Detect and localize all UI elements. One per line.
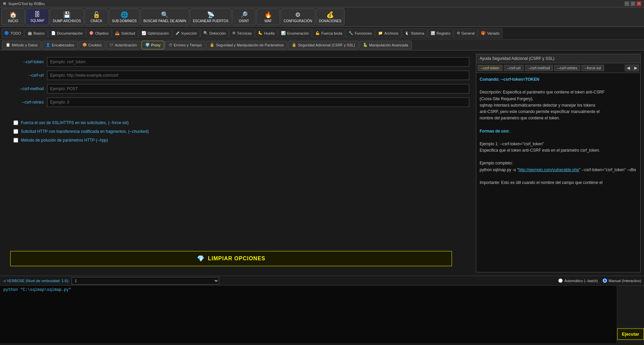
sec-registro[interactable]: 🪟 Registro (428, 28, 453, 38)
hue-icon: 🦶 (258, 31, 263, 35)
sec-documentacion[interactable]: 📄 Documentación (48, 28, 86, 38)
help-example1: Ejemplo 1: --csrf-token="csrf_token"Espe… (480, 141, 637, 154)
nav-buscar-panel[interactable]: 🔍 BUSCAR PANEL DE ADMIN (140, 8, 189, 25)
reg-icon: 🪟 (431, 31, 435, 35)
sec-enumeracion[interactable]: 📊 Enumeración (278, 28, 312, 38)
chunked-row: Solicitud HTTP con transferencia codific… (13, 129, 469, 134)
sec-gen-label: General (461, 31, 475, 35)
sec-todo[interactable]: 🔵 TODO (1, 28, 24, 38)
subtab-auth-label: Autenticación (115, 43, 137, 47)
subtab-seguridad[interactable]: 🔒 Seguridad y Manipulación de Parámetros (206, 41, 287, 49)
subtab-manipulacion[interactable]: 🐍 Manipulación Avanzada (359, 41, 412, 49)
sec-hue-label: Huella (264, 31, 275, 35)
nav-escanear-label: ESCANEAR PUERTOS (193, 19, 229, 23)
verbose-select[interactable]: 1 2 3 4 5 6 (72, 277, 219, 284)
terminal-output: python "C:\sqlmap\sqlmap.py" (0, 285, 617, 343)
force-ssl-checkbox[interactable] (13, 120, 18, 125)
clear-btn-area: 💎 LIMPIAR OPCIONES (7, 248, 469, 269)
sec-funciones[interactable]: 🔧 Funciones (346, 28, 375, 38)
waf-icon: 🔥 (265, 11, 272, 18)
subtab-metodo[interactable]: 📋 Método y Datos (2, 41, 41, 49)
csrf-method-input[interactable] (47, 84, 469, 93)
help-prev-button[interactable]: ◀ (625, 65, 632, 71)
help-usage-title: Formas de uso: (480, 128, 637, 135)
subdominios-icon: 🌐 (121, 11, 128, 18)
sec-opt-label: Optimización (148, 31, 169, 35)
sec-variado[interactable]: 🎁 Variado (478, 28, 502, 38)
subtab-cookies[interactable]: 🍪 Cookies (79, 41, 106, 49)
nav-subdominios[interactable]: 🌐 SUB DOMINIOS (109, 8, 140, 25)
title-bar: 🛠 SuperGTool by R0$hu ─ □ ✕ (0, 0, 644, 7)
subtab-errores[interactable]: ⏱ Errores y Tiempo (165, 41, 206, 49)
csrf-url-input[interactable] (47, 71, 469, 80)
sec-reg-label: Registro (437, 31, 450, 35)
terminal-area: python "C:\sqlmap\sqlmap.py" Ejecutar (0, 285, 644, 343)
sis-icon: 🐧 (405, 31, 409, 35)
csrf-url-label: --csrf-url (7, 73, 44, 78)
sec-objetivo[interactable]: 🎯 Objetivo (86, 28, 112, 38)
manual-radio[interactable] (603, 278, 607, 283)
subtab-proxy[interactable]: 🌍 Proxy (142, 41, 164, 49)
app-title: SuperGTool by R0$hu (8, 2, 45, 6)
sec-archivos[interactable]: 📁 Archivos (375, 28, 401, 38)
hpp-checkbox[interactable] (13, 138, 18, 143)
nav-crack[interactable]: 🔓 CRACK (85, 8, 108, 25)
clear-button[interactable]: 💎 LIMPIAR OPCIONES (10, 251, 452, 266)
chunked-checkbox[interactable] (13, 129, 18, 134)
csrf-retries-row: --csrf-retries (7, 98, 469, 107)
subtab-autenticacion[interactable]: 🛡 Autenticación (106, 41, 140, 49)
sec-basico-label: Basico (34, 31, 45, 35)
help-command-example: python sqlmap.py -u "http://ejemplo.com/… (480, 167, 637, 173)
csrf-token-input[interactable] (47, 57, 469, 67)
help-tab-csrf-token[interactable]: --csrf-token (478, 65, 502, 71)
help-tab-csrf-retries[interactable]: --csrf-retries (554, 65, 580, 71)
auto-radio[interactable] (558, 278, 563, 283)
subtab-encabezados[interactable]: 👤 Encabezados (42, 41, 78, 49)
obj-icon: 🎯 (89, 31, 94, 35)
nav-waf[interactable]: 🔥 WAF (256, 8, 280, 25)
mode-auto: Automático (--batch) (558, 278, 598, 283)
verbose-label: -v VERBOSE (Nivel de verbosidad: 1-6): (3, 279, 69, 283)
sec-fza-label: Fuerza bruta (321, 31, 342, 35)
sec-fuerza[interactable]: 💪 Fuerza bruta (312, 28, 345, 38)
help-tab-force-ssl[interactable]: --force-ssl (581, 65, 604, 71)
subtab-seguridad-adicional[interactable]: 🔒 Seguridad Adicional (CSRF y SSL) (288, 41, 359, 49)
help-nav: ◀ ▶ (625, 65, 639, 71)
subtab-man-label: Manipulación Avanzada (369, 43, 408, 47)
sec-huella[interactable]: 🦶 Huella (255, 28, 278, 38)
main-content: --csrf-token --csrf-url --csrf-method --… (0, 50, 644, 276)
nav-inicio[interactable]: 🏠 INICIO (1, 8, 25, 25)
sec-inj-label: Inyección (182, 31, 197, 35)
sec-solicitud[interactable]: 📤 Solicitud (112, 28, 138, 38)
maximize-button[interactable]: □ (631, 1, 635, 6)
csrf-token-label: --csrf-token (7, 60, 44, 64)
second-nav: 🔵 TODO 🤖 Basico 📄 Documentación 🎯 Objeti… (0, 27, 644, 40)
nav-configuracion[interactable]: ⚙ CONFIGURACIÓN (281, 8, 315, 25)
help-tab-csrf-method[interactable]: --csrf-method (525, 65, 553, 71)
csrf-retries-label: --csrf-retries (7, 100, 44, 105)
nav-escanear[interactable]: 📡 ESCANEAR PUERTOS (190, 8, 232, 25)
crack-icon: 🔓 (93, 11, 100, 18)
nav-sqlmap[interactable]: 🗄 SQLMAP (26, 8, 49, 25)
sec-sistema[interactable]: 🐧 Sistema (402, 28, 427, 38)
nav-osint[interactable]: 🔎 OSINT (232, 8, 256, 25)
sec-basico[interactable]: 🤖 Basico (25, 28, 48, 38)
nav-donaciones[interactable]: 💰 DONACIONES (316, 8, 345, 25)
sec-general[interactable]: ⚙ General (454, 28, 478, 38)
execute-button[interactable]: Ejecutar (617, 328, 644, 340)
sec-todo-label: TODO (10, 31, 21, 35)
sec-tecnicas[interactable]: ⚙ Técnicas (229, 28, 255, 38)
sec-inyeccion[interactable]: 💉 Inyección (172, 28, 200, 38)
minimize-button[interactable]: ─ (625, 1, 629, 6)
help-next-button[interactable]: ▶ (632, 65, 639, 71)
help-note: Importante: Esto es útil cuando el nombr… (480, 180, 637, 186)
subtab-sega-label: Seguridad Adicional (CSRF y SSL) (298, 43, 355, 47)
csrf-method-label: --csrf-method (7, 86, 44, 91)
nav-dump[interactable]: 💾 DUMP ARCHIVOS (50, 8, 84, 25)
help-tab-csrf-url[interactable]: --csrf-url (504, 65, 524, 71)
verbose-bar: -v VERBOSE (Nivel de verbosidad: 1-6): 1… (0, 276, 644, 285)
sec-optimizacion[interactable]: 📈 Optimización (138, 28, 172, 38)
sec-deteccion[interactable]: 🔍 Detección (200, 28, 229, 38)
csrf-retries-input[interactable] (47, 98, 469, 107)
close-button[interactable]: ✕ (637, 1, 641, 6)
